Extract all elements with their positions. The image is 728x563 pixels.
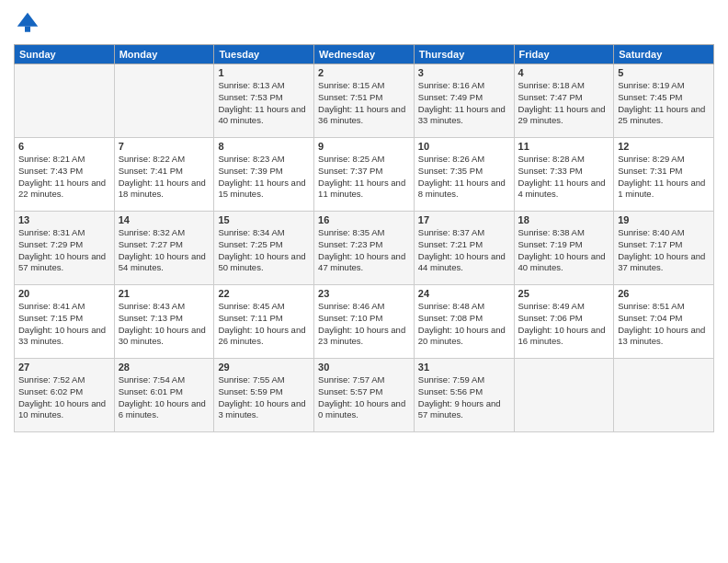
day-number: 20 [18,288,110,299]
logo-icon [14,9,41,37]
calendar-cell: 20Sunrise: 8:41 AMSunset: 7:15 PMDayligh… [15,285,115,359]
day-info: Sunrise: 8:37 AMSunset: 7:21 PMDaylight:… [418,227,510,274]
day-number: 3 [418,67,510,78]
day-number: 19 [618,214,710,225]
day-number: 11 [518,141,610,152]
calendar-cell: 23Sunrise: 8:46 AMSunset: 7:10 PMDayligh… [314,285,415,359]
calendar-table: SundayMondayTuesdayWednesdayThursdayFrid… [14,44,714,432]
calendar-cell: 19Sunrise: 8:40 AMSunset: 7:17 PMDayligh… [614,212,714,285]
logo [14,9,45,37]
calendar-cell: 13Sunrise: 8:31 AMSunset: 7:29 PMDayligh… [15,212,115,285]
calendar-cell: 26Sunrise: 8:51 AMSunset: 7:04 PMDayligh… [614,285,714,359]
calendar-cell: 22Sunrise: 8:45 AMSunset: 7:11 PMDayligh… [214,285,314,359]
calendar-week-0: 1Sunrise: 8:13 AMSunset: 7:53 PMDaylight… [15,64,714,138]
day-info: Sunrise: 8:41 AMSunset: 7:15 PMDaylight:… [18,301,110,348]
day-info: Sunrise: 8:40 AMSunset: 7:17 PMDaylight:… [618,227,710,274]
day-number: 12 [618,141,710,152]
day-number: 31 [418,362,510,373]
calendar-cell: 4Sunrise: 8:18 AMSunset: 7:47 PMDaylight… [514,64,614,138]
calendar-cell: 11Sunrise: 8:28 AMSunset: 7:33 PMDayligh… [514,138,614,212]
day-number: 27 [18,362,110,373]
day-number: 1 [218,67,310,78]
day-number: 15 [218,214,310,225]
calendar-cell: 14Sunrise: 8:32 AMSunset: 7:27 PMDayligh… [114,212,214,285]
calendar-week-2: 13Sunrise: 8:31 AMSunset: 7:29 PMDayligh… [15,212,714,285]
calendar-cell: 2Sunrise: 8:15 AMSunset: 7:51 PMDaylight… [314,64,415,138]
calendar-cell: 16Sunrise: 8:35 AMSunset: 7:23 PMDayligh… [314,212,415,285]
day-info: Sunrise: 8:31 AMSunset: 7:29 PMDaylight:… [18,227,110,274]
calendar-cell: 7Sunrise: 8:22 AMSunset: 7:41 PMDaylight… [114,138,214,212]
day-number: 16 [318,214,410,225]
calendar-cell: 18Sunrise: 8:38 AMSunset: 7:19 PMDayligh… [514,212,614,285]
day-info: Sunrise: 7:59 AMSunset: 5:56 PMDaylight:… [418,374,510,421]
calendar-cell [15,64,115,138]
calendar-cell [114,64,214,138]
day-info: Sunrise: 8:28 AMSunset: 7:33 PMDaylight:… [518,154,610,201]
day-number: 29 [218,362,310,373]
calendar-header-wednesday: Wednesday [314,45,415,64]
calendar-cell: 3Sunrise: 8:16 AMSunset: 7:49 PMDaylight… [414,64,514,138]
calendar-cell: 10Sunrise: 8:26 AMSunset: 7:35 PMDayligh… [414,138,514,212]
day-info: Sunrise: 8:18 AMSunset: 7:47 PMDaylight:… [518,80,610,127]
day-info: Sunrise: 7:55 AMSunset: 5:59 PMDaylight:… [218,374,310,421]
page: SundayMondayTuesdayWednesdayThursdayFrid… [0,0,728,563]
day-number: 8 [218,141,310,152]
day-info: Sunrise: 8:48 AMSunset: 7:08 PMDaylight:… [418,301,510,348]
day-number: 21 [119,288,210,299]
day-info: Sunrise: 8:29 AMSunset: 7:31 PMDaylight:… [618,154,710,201]
svg-marker-0 [17,13,39,27]
calendar-cell: 21Sunrise: 8:43 AMSunset: 7:13 PMDayligh… [114,285,214,359]
day-number: 5 [618,67,710,78]
calendar-cell: 31Sunrise: 7:59 AMSunset: 5:56 PMDayligh… [414,359,514,432]
header [14,9,714,37]
day-info: Sunrise: 7:57 AMSunset: 5:57 PMDaylight:… [318,374,410,421]
day-number: 14 [119,214,210,225]
day-number: 28 [119,362,210,373]
calendar-cell [614,359,714,432]
day-info: Sunrise: 8:26 AMSunset: 7:35 PMDaylight:… [418,154,510,201]
calendar-cell: 9Sunrise: 8:25 AMSunset: 7:37 PMDaylight… [314,138,415,212]
calendar-cell: 12Sunrise: 8:29 AMSunset: 7:31 PMDayligh… [614,138,714,212]
day-info: Sunrise: 8:15 AMSunset: 7:51 PMDaylight:… [318,80,410,127]
calendar-header-tuesday: Tuesday [214,45,314,64]
day-number: 24 [418,288,510,299]
day-number: 17 [418,214,510,225]
calendar-week-1: 6Sunrise: 8:21 AMSunset: 7:43 PMDaylight… [15,138,714,212]
day-info: Sunrise: 8:22 AMSunset: 7:41 PMDaylight:… [119,154,210,201]
day-number: 26 [618,288,710,299]
calendar-header-thursday: Thursday [414,45,514,64]
day-number: 25 [518,288,610,299]
calendar-cell: 1Sunrise: 8:13 AMSunset: 7:53 PMDaylight… [214,64,314,138]
calendar-cell: 8Sunrise: 8:23 AMSunset: 7:39 PMDaylight… [214,138,314,212]
calendar-cell: 29Sunrise: 7:55 AMSunset: 5:59 PMDayligh… [214,359,314,432]
calendar-cell: 28Sunrise: 7:54 AMSunset: 6:01 PMDayligh… [114,359,214,432]
calendar-cell: 27Sunrise: 7:52 AMSunset: 6:02 PMDayligh… [15,359,115,432]
day-number: 18 [518,214,610,225]
day-number: 23 [318,288,410,299]
calendar-header-sunday: Sunday [15,45,115,64]
day-info: Sunrise: 8:45 AMSunset: 7:11 PMDaylight:… [218,301,310,348]
day-info: Sunrise: 8:35 AMSunset: 7:23 PMDaylight:… [318,227,410,274]
day-info: Sunrise: 8:23 AMSunset: 7:39 PMDaylight:… [218,154,310,201]
day-number: 13 [18,214,110,225]
calendar-header-monday: Monday [114,45,214,64]
calendar-cell: 5Sunrise: 8:19 AMSunset: 7:45 PMDaylight… [614,64,714,138]
day-info: Sunrise: 8:21 AMSunset: 7:43 PMDaylight:… [18,154,110,201]
calendar-cell: 6Sunrise: 8:21 AMSunset: 7:43 PMDaylight… [15,138,115,212]
calendar-cell: 30Sunrise: 7:57 AMSunset: 5:57 PMDayligh… [314,359,415,432]
day-info: Sunrise: 8:32 AMSunset: 7:27 PMDaylight:… [119,227,210,274]
day-number: 6 [18,141,110,152]
calendar-cell: 25Sunrise: 8:49 AMSunset: 7:06 PMDayligh… [514,285,614,359]
calendar-header-friday: Friday [514,45,614,64]
day-info: Sunrise: 8:13 AMSunset: 7:53 PMDaylight:… [218,80,310,127]
day-info: Sunrise: 8:51 AMSunset: 7:04 PMDaylight:… [618,301,710,348]
day-number: 30 [318,362,410,373]
calendar-header-saturday: Saturday [614,45,714,64]
day-info: Sunrise: 8:16 AMSunset: 7:49 PMDaylight:… [418,80,510,127]
day-info: Sunrise: 7:52 AMSunset: 6:02 PMDaylight:… [18,374,110,421]
day-number: 7 [119,141,210,152]
day-number: 9 [318,141,410,152]
day-info: Sunrise: 8:38 AMSunset: 7:19 PMDaylight:… [518,227,610,274]
day-info: Sunrise: 8:46 AMSunset: 7:10 PMDaylight:… [318,301,410,348]
calendar-week-3: 20Sunrise: 8:41 AMSunset: 7:15 PMDayligh… [15,285,714,359]
